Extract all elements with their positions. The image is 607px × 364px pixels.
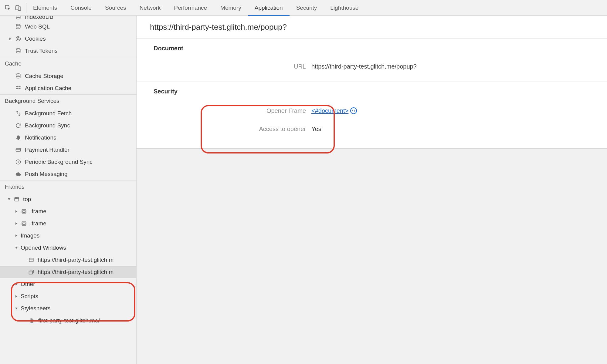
sidebar-heading-background-services: Background Services [0, 94, 136, 107]
sidebar-item-label: Background Sync [25, 122, 70, 129]
sync-icon [15, 122, 22, 129]
device-toggle-icon[interactable] [15, 4, 22, 12]
devtools-tabbar: Elements Console Sources Network Perform… [0, 0, 607, 16]
chevron-down-icon [14, 306, 19, 311]
svg-rect-23 [29, 258, 33, 262]
tree-item-label: Images [21, 232, 39, 239]
sidebar-item-push-messaging[interactable]: Push Messaging [0, 168, 136, 180]
file-icon [29, 317, 35, 324]
reveal-icon[interactable] [350, 107, 357, 114]
svg-point-3 [16, 16, 20, 16]
tree-item-label: https://third-party-test.glitch.m [38, 257, 114, 263]
sidebar-item-websql[interactable]: Web SQL [0, 21, 136, 33]
sidebar-item-cookies[interactable]: Cookies [0, 33, 136, 45]
kv-value: https://third-party-test.glitch.me/popup… [311, 63, 417, 70]
windows-icon [28, 269, 35, 275]
svg-point-4 [16, 24, 20, 26]
cookie-icon [15, 35, 22, 42]
svg-rect-2 [18, 7, 21, 10]
frame-details-panel: https://third-party-test.glitch.me/popup… [137, 16, 607, 364]
tree-item-iframe[interactable]: iframe [0, 217, 136, 230]
tree-item-label: Opened Windows [21, 244, 66, 251]
kv-value: Yes [311, 126, 321, 133]
sidebar-item-label: Payment Handler [25, 147, 70, 153]
tree-item-stylesheets[interactable]: Stylesheets [0, 302, 136, 315]
tab-application[interactable]: Application [248, 0, 290, 16]
tree-item-label: first-party-test.glitch.me/ [38, 317, 100, 324]
tab-console[interactable]: Console [64, 0, 98, 16]
chevron-right-icon [14, 233, 19, 238]
tree-item-label: iframe [30, 208, 46, 215]
kv-label: URL [154, 63, 311, 70]
tree-item-window-selected[interactable]: https://third-party-test.glitch.m [0, 266, 136, 278]
svg-rect-18 [15, 197, 19, 201]
database-icon [15, 16, 22, 21]
sidebar-item-label: Web SQL [25, 23, 50, 30]
sidebar-item-label: Cache Storage [25, 73, 63, 79]
svg-rect-20 [23, 211, 25, 213]
iframe-icon [21, 220, 27, 227]
tab-lighthouse[interactable]: Lighthouse [324, 0, 365, 16]
tree-item-iframe[interactable]: iframe [0, 205, 136, 217]
svg-point-11 [16, 74, 20, 75]
page-url-header: https://third-party-test.glitch.me/popup… [137, 16, 607, 39]
opener-frame-link[interactable]: <#document> [311, 107, 348, 114]
svg-point-5 [16, 37, 21, 41]
document-url-row: URL https://third-party-test.glitch.me/p… [154, 59, 598, 74]
access-to-opener-row: Access to opener Yes [154, 120, 598, 138]
transfer-icon [15, 110, 22, 117]
grid-icon [15, 85, 22, 92]
sidebar-item-label: Background Fetch [25, 110, 72, 117]
tab-security[interactable]: Security [290, 0, 324, 16]
svg-rect-16 [16, 148, 21, 151]
tab-performance[interactable]: Performance [167, 0, 214, 16]
frame-icon [13, 196, 20, 203]
sidebar-item-notifications[interactable]: Notifications [0, 132, 136, 144]
tree-item-stylesheet-file[interactable]: first-party-test.glitch.me/ [0, 315, 136, 327]
sidebar-item-label: Trust Tokens [25, 48, 58, 54]
sidebar-item-indexeddb[interactable]: IndexedDB [0, 16, 136, 21]
inspect-icon[interactable] [4, 4, 12, 12]
sidebar-item-application-cache[interactable]: Application Cache [0, 82, 136, 94]
svg-point-7 [19, 38, 19, 38]
svg-rect-13 [19, 86, 21, 87]
chevron-right-icon [14, 221, 19, 226]
tree-item-label: Other [21, 281, 35, 288]
tree-item-images[interactable]: Images [0, 230, 136, 242]
toolbar-left-icons [2, 3, 26, 13]
tab-sources[interactable]: Sources [98, 0, 133, 16]
sidebar-item-trust-tokens[interactable]: Trust Tokens [0, 45, 136, 57]
tree-item-label: Stylesheets [21, 305, 50, 312]
chevron-right-icon [14, 209, 19, 214]
tree-item-label: https://third-party-test.glitch.m [38, 269, 114, 275]
svg-rect-22 [23, 223, 25, 225]
tab-memory[interactable]: Memory [214, 0, 248, 16]
bell-icon [15, 134, 22, 141]
tree-item-other[interactable]: Other [0, 278, 136, 290]
tree-item-opened-windows[interactable]: Opened Windows [0, 242, 136, 254]
tab-elements[interactable]: Elements [26, 0, 64, 16]
opener-frame-row: Opener Frame <#document> [154, 102, 598, 120]
window-icon [28, 257, 35, 263]
document-section: Document URL https://third-party-test.gl… [137, 39, 607, 82]
sidebar-item-payment-handler[interactable]: Payment Handler [0, 144, 136, 156]
sidebar-item-label: Cookies [25, 35, 46, 42]
sidebar-item-periodic-sync[interactable]: Periodic Background Sync [0, 156, 136, 168]
section-title: Document [154, 45, 598, 52]
kv-label: Access to opener [154, 126, 311, 133]
sidebar-item-background-fetch[interactable]: Background Fetch [0, 107, 136, 120]
chevron-right-icon [14, 282, 19, 287]
chevron-right-icon [14, 294, 19, 299]
tree-item-top[interactable]: top [0, 193, 136, 205]
tree-item-scripts[interactable]: Scripts [0, 290, 136, 302]
spacer [22, 318, 27, 323]
sidebar-item-cache-storage[interactable]: Cache Storage [0, 70, 136, 82]
sidebar-item-background-sync[interactable]: Background Sync [0, 120, 136, 132]
tab-network[interactable]: Network [133, 0, 168, 16]
tree-item-label: iframe [30, 220, 46, 227]
kv-label: Opener Frame [154, 107, 311, 114]
svg-rect-14 [16, 88, 18, 89]
svg-point-10 [16, 49, 20, 50]
database-icon [15, 23, 22, 30]
tree-item-window[interactable]: https://third-party-test.glitch.m [0, 254, 136, 266]
